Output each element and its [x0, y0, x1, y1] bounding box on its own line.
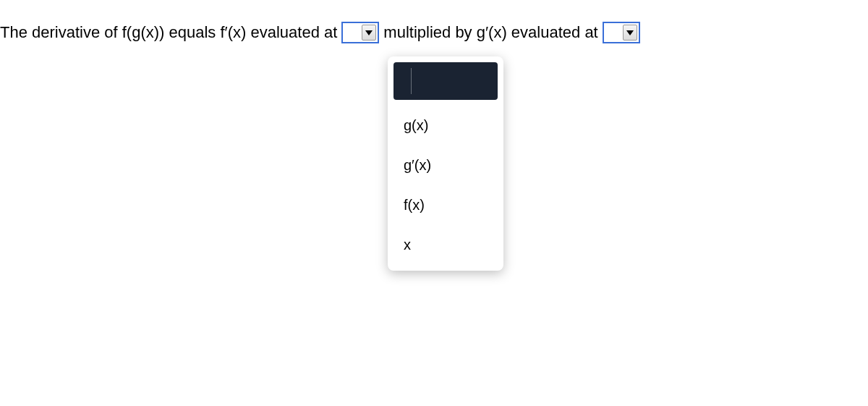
- dropdown-arrow-icon: [362, 25, 376, 41]
- dropdown-option-gx[interactable]: g(x): [393, 106, 498, 145]
- dropdown-option-gprimex[interactable]: g′(x): [393, 145, 498, 185]
- dropdown-2[interactable]: [603, 22, 640, 43]
- question-line: The derivative of f(g(x)) equals f′(x) e…: [0, 22, 640, 43]
- dropdown-1-options-panel: g(x) g′(x) f(x) x: [388, 56, 503, 271]
- sentence-part-1: The derivative of f(g(x)) equals f′(x) e…: [0, 23, 337, 42]
- dropdown-1[interactable]: [341, 22, 379, 43]
- dropdown-option-x[interactable]: x: [393, 225, 498, 265]
- sentence-part-2: multiplied by g′(x) evaluated at: [383, 23, 597, 42]
- dropdown-option-fx[interactable]: f(x): [393, 185, 498, 225]
- dropdown-arrow-icon: [623, 25, 637, 41]
- svg-marker-0: [365, 30, 373, 35]
- svg-marker-1: [626, 30, 634, 35]
- dropdown-option-blank[interactable]: [393, 62, 498, 100]
